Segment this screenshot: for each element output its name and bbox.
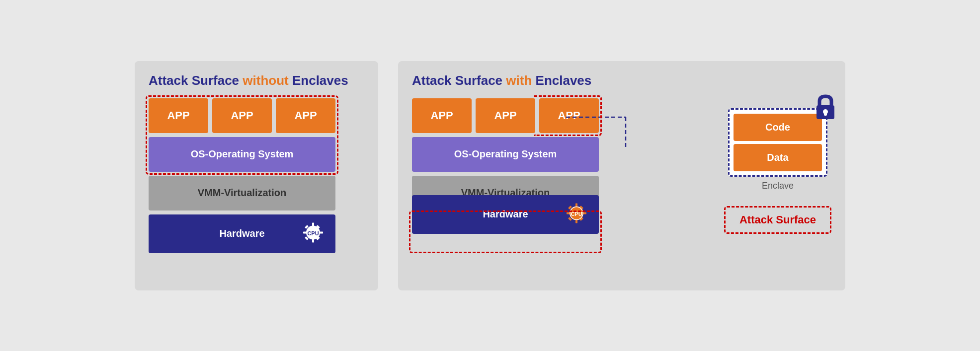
left-stack: APP APP APP OS-Operating System VMM-Virt… [149, 98, 335, 211]
svg-rect-15 [583, 212, 586, 214]
svg-rect-2 [312, 222, 314, 226]
connector-svg [566, 112, 715, 122]
right-hw-layer: Hardware CPU [412, 195, 599, 234]
right-hw-wrapper: Hardware CPU [412, 191, 599, 234]
right-highlight: with [506, 73, 532, 88]
left-highlight: without [243, 73, 288, 88]
right-app-1: APP [412, 98, 472, 133]
left-panel: Attack Surface without Enclaves APP APP … [135, 61, 378, 290]
diagrams-container: Attack Surface without Enclaves APP APP … [120, 46, 860, 305]
svg-rect-3 [312, 239, 314, 242]
enclave-label: Enclave [728, 181, 827, 191]
left-hw-label: Hardware [219, 228, 264, 239]
left-vmm-layer: VMM-Virtualization [149, 176, 335, 211]
left-hw-layer: Hardware CPU [149, 214, 335, 253]
left-app-1: APP [149, 98, 208, 133]
attack-surface-legend: Attack Surface [724, 206, 831, 234]
right-os-layer: OS-Operating System [412, 137, 599, 172]
enclave-container: Code Data Enclave [728, 108, 827, 191]
right-enclave-section: Code Data Enclave Attack Surface [724, 108, 831, 234]
enclave-box: Code Data [728, 108, 827, 177]
left-os-layer: OS-Operating System [149, 137, 335, 172]
svg-rect-5 [320, 231, 323, 233]
svg-text:CPU: CPU [307, 230, 319, 236]
svg-rect-13 [575, 219, 577, 223]
right-panel-title: Attack Surface with Enclaves [412, 73, 831, 88]
right-cpu-badge: CPU [564, 201, 589, 228]
left-panel-title: Attack Surface without Enclaves [149, 73, 364, 88]
svg-rect-4 [303, 231, 307, 233]
attack-surface-legend-text: Attack Surface [739, 213, 816, 226]
svg-rect-14 [567, 212, 570, 214]
svg-rect-25 [824, 112, 827, 116]
right-app-2: APP [476, 98, 535, 133]
right-hw-label: Hardware [483, 209, 528, 220]
right-panel: Attack Surface with Enclaves APP APP APP… [398, 61, 845, 290]
left-app-3: APP [276, 98, 335, 133]
left-apps-row: APP APP APP [149, 98, 335, 133]
right-hw-container: Hardware CPU [412, 195, 599, 234]
lock-icon [815, 94, 836, 123]
left-app-2: APP [212, 98, 272, 133]
left-cpu-badge: CPU [301, 220, 326, 247]
enclave-data-box: Data [734, 144, 822, 171]
svg-text:CPU: CPU [571, 211, 582, 216]
enclave-code-box: Code [734, 114, 822, 141]
svg-rect-12 [575, 203, 577, 207]
